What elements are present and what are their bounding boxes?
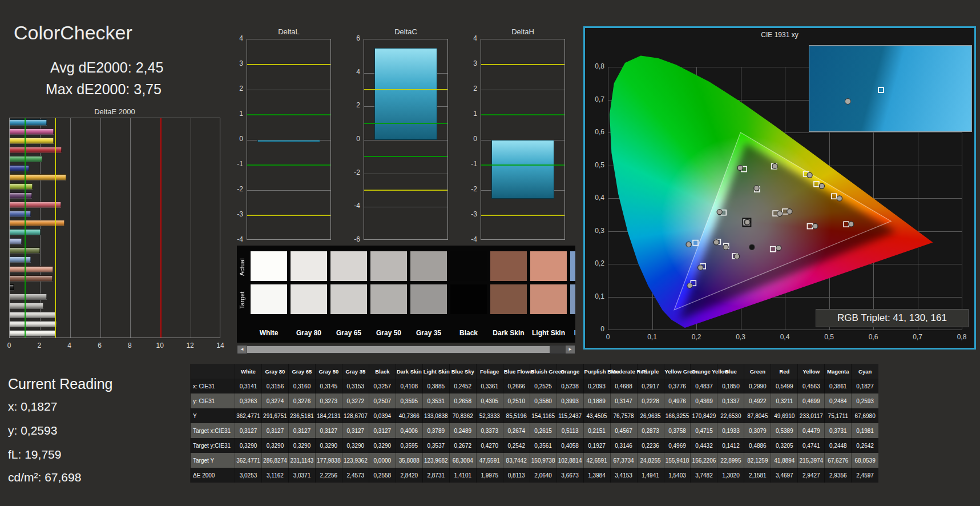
- y-tick-label: 2: [227, 85, 243, 93]
- left-arrow-icon: ◄: [240, 347, 244, 352]
- table-cell: 52,3333: [476, 408, 503, 423]
- table-cell: 231,1143: [288, 453, 315, 468]
- row-label: Target Y: [191, 453, 235, 468]
- y-tick-label: 1: [461, 110, 477, 118]
- cie-measured-black: [749, 244, 755, 250]
- y-tick-label: 0: [227, 135, 243, 143]
- cie-measured-gray-35: [745, 219, 750, 224]
- table-cell: 177,9838: [315, 453, 342, 468]
- swatch-actual-gray-35: [410, 251, 447, 281]
- scrollbar-thumb[interactable]: [247, 346, 550, 353]
- table-cell: 0,3561: [530, 438, 556, 453]
- table-row--e-2000: ΔE 20003,02533,11623,03712,22562,45730,2…: [191, 468, 879, 483]
- cie-measured-orange-yellow: [819, 183, 824, 188]
- table-cell: 1,4941: [637, 468, 664, 483]
- grid-line: [247, 90, 330, 90]
- col-header-gray-65: Gray 65: [288, 364, 315, 379]
- y-tick-label: 1: [227, 110, 243, 118]
- col-header-blue-sky: Blue Sky: [449, 364, 476, 379]
- x-tick-label: 14: [213, 342, 227, 350]
- table-cell: 0,3263: [235, 393, 262, 408]
- col-header-foliage: Foliage: [476, 364, 503, 379]
- y-tick-label: 4: [344, 68, 360, 76]
- cie-measured-magenta: [776, 246, 781, 251]
- ref-line-green: [364, 156, 447, 157]
- table-cell: 0,3290: [288, 438, 315, 453]
- grid-line: [247, 190, 330, 191]
- delta-l-chart: [247, 39, 331, 240]
- table-cell: 0,2452: [449, 379, 476, 393]
- table-cell: 26,9635: [637, 408, 664, 423]
- table-cell: 156,2206: [691, 453, 717, 468]
- table-cell: 22,8995: [717, 453, 744, 468]
- col-header-gray-50: Gray 50: [315, 364, 342, 379]
- swatch-target-gray-65: [330, 284, 367, 314]
- ref-line-yellow: [247, 64, 330, 65]
- table-cell: 0,2489: [449, 423, 476, 438]
- bar-slot: [10, 138, 220, 144]
- deltae-bar-orange: [10, 220, 64, 226]
- cie-measured-blue-sky: [713, 240, 719, 245]
- table-cell: 0,3156: [261, 379, 288, 393]
- table-cell: 22,6530: [717, 408, 744, 423]
- page-title: ColorChecker: [14, 22, 132, 44]
- deltae-bar-dark-skin: [10, 275, 53, 282]
- table-cell: 2,4573: [342, 468, 369, 483]
- bar-slot: [10, 256, 220, 263]
- swatch-target-blue-sky: [570, 284, 575, 314]
- swatch-scrollbar[interactable]: ◄ ►: [237, 345, 575, 354]
- x-tick-label: 2: [33, 342, 46, 350]
- table-cell: 0,2990: [744, 379, 771, 393]
- table-cell: 0,2593: [852, 393, 878, 408]
- bar-slot: [10, 220, 220, 226]
- table-cell: 0,4006: [396, 423, 422, 438]
- table-cell: 0,2448: [825, 438, 852, 453]
- table-cell: 2,8731: [422, 468, 449, 483]
- table-cell: 0,2658: [449, 393, 476, 408]
- table-cell: 0,2666: [503, 379, 530, 393]
- table-cell: 123,9682: [422, 453, 449, 468]
- y-tick-label: 0: [344, 135, 360, 143]
- row-label: Target x:CIE31: [191, 423, 235, 438]
- bar-slot: [10, 211, 220, 217]
- table-cell: 1,5403: [664, 468, 691, 483]
- rgb-triplet-label: RGB Triplet: 41, 130, 161: [816, 309, 969, 327]
- y-tick-label: 4: [461, 34, 477, 42]
- col-header-gray-35: Gray 35: [342, 364, 369, 379]
- table-cell: 0,2672: [449, 438, 476, 453]
- delta-c-chart-title: DeltaC: [364, 27, 448, 36]
- col-header-orange-yellow: Orange Yellow: [691, 364, 717, 379]
- y-tick-label: 6: [344, 34, 360, 42]
- table-cell: 0,2542: [503, 438, 530, 453]
- col-header-magenta: Magenta: [825, 364, 852, 379]
- x-tick-label: 12: [183, 342, 197, 350]
- table-cell: 1,3020: [717, 468, 744, 483]
- ref-line-green: [481, 164, 564, 166]
- deltae-chart: [9, 118, 220, 338]
- table-cell: 115,2437: [556, 408, 583, 423]
- col-header-cyan: Cyan: [852, 364, 878, 379]
- table-cell: 0,1981: [852, 423, 878, 438]
- table-cell: 215,3974: [798, 453, 825, 468]
- current-reading-cdm2: cd/m²: 67,698: [8, 471, 81, 484]
- table-cell: 2,1581: [744, 468, 771, 483]
- inset-measured-point: [845, 98, 851, 105]
- table-cell: 0,2484: [825, 393, 852, 408]
- table-cell: 170,8429: [691, 408, 717, 423]
- table-cell: 0,4058: [556, 438, 583, 453]
- table-cell: 133,0838: [422, 408, 449, 423]
- ref-line-green: [247, 114, 330, 115]
- table-cell: 0,3290: [342, 438, 369, 453]
- col-header-orange: Orange: [556, 364, 583, 379]
- col-header-dark-skin: Dark Skin: [396, 364, 422, 379]
- table-cell: 0,3146: [610, 438, 637, 453]
- table-cell: 3,7482: [691, 468, 717, 483]
- y-tick-label: -6: [344, 235, 360, 243]
- cie-measured-green: [737, 165, 743, 170]
- scrollbar-right-button[interactable]: ►: [566, 346, 575, 354]
- y-tick-label: -2: [461, 185, 477, 193]
- table-row-y: Y362,4771291,6751236,5181184,2131128,670…: [191, 408, 879, 423]
- delta-h-chart-title: DeltaH: [481, 27, 565, 36]
- table-cell: 0,3160: [288, 379, 315, 393]
- deltae-bar-gray-80: [10, 321, 57, 327]
